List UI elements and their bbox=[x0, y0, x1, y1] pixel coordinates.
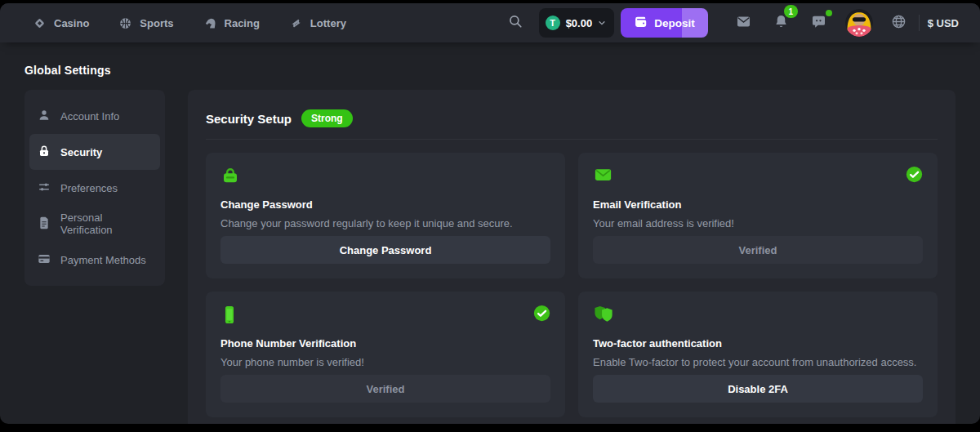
user-avatar[interactable] bbox=[845, 9, 873, 37]
lottery-ticket-icon bbox=[289, 16, 303, 30]
notifications-button[interactable]: 1 bbox=[767, 8, 796, 38]
disable-2fa-button[interactable]: Disable 2FA bbox=[593, 375, 923, 403]
chat-bubble-icon bbox=[811, 14, 826, 33]
topbar-icons: 1 bbox=[729, 8, 914, 38]
card-description: Enable Two-factor to protect your accoun… bbox=[593, 356, 923, 368]
app-window: Casino Sports Racing Lottery bbox=[0, 3, 980, 424]
currency-selector[interactable]: $ USD bbox=[928, 17, 959, 29]
sidebar-item-personal-verification[interactable]: Personal Verification bbox=[29, 206, 160, 242]
card-description: Your phone number is verified! bbox=[220, 356, 550, 368]
language-button[interactable] bbox=[884, 8, 914, 38]
card-title: Phone Number Verification bbox=[220, 337, 550, 350]
settings-sidebar: Account Info Security Preferences bbox=[24, 90, 165, 286]
divider bbox=[919, 15, 920, 31]
document-icon bbox=[38, 216, 51, 232]
section-title: Security Setup bbox=[206, 112, 292, 126]
wallet-icon bbox=[634, 15, 648, 31]
card-description: Your email address is verified! bbox=[593, 217, 923, 229]
sidebar-item-label: Security bbox=[60, 146, 102, 158]
sports-icon bbox=[118, 16, 132, 30]
padlock-green-icon bbox=[220, 166, 240, 189]
sliders-icon bbox=[38, 180, 51, 196]
nav-label: Lottery bbox=[310, 17, 346, 29]
nav-item-lottery[interactable]: Lottery bbox=[289, 16, 346, 30]
card-description: Change your password regularly to keep i… bbox=[220, 217, 550, 229]
deposit-button[interactable]: Deposit bbox=[621, 8, 708, 38]
chevron-down-icon bbox=[598, 16, 606, 30]
topbar-right-cluster: T $0.00 Deposit bbox=[501, 8, 959, 38]
sidebar-item-payment-methods[interactable]: Payment Methods bbox=[29, 242, 160, 278]
sidebar-item-preferences[interactable]: Preferences bbox=[29, 170, 160, 206]
credit-card-icon bbox=[38, 252, 51, 268]
primary-nav: Casino Sports Racing Lottery bbox=[33, 16, 346, 30]
verified-check-icon bbox=[533, 305, 550, 325]
shields-green-icon bbox=[593, 305, 615, 327]
nav-item-racing[interactable]: Racing bbox=[203, 16, 260, 30]
mail-icon bbox=[736, 14, 751, 33]
card-title: Email Verification bbox=[593, 198, 923, 211]
notification-count-badge: 1 bbox=[784, 5, 798, 18]
wallet-balance-dropdown[interactable]: T $0.00 bbox=[539, 8, 615, 38]
sidebar-item-label: Preferences bbox=[60, 182, 118, 194]
sidebar-item-label: Account Info bbox=[60, 110, 119, 122]
tether-coin-icon: T bbox=[546, 16, 560, 30]
search-button[interactable] bbox=[501, 9, 529, 37]
nav-label: Racing bbox=[225, 17, 260, 29]
email-verification-card: Email Verification Your email address is… bbox=[578, 153, 938, 278]
nav-label: Sports bbox=[140, 17, 173, 29]
envelope-green-icon bbox=[593, 166, 613, 187]
phone-verification-card: Phone Number Verification Your phone num… bbox=[206, 292, 565, 417]
sidebar-item-label: Personal Verification bbox=[60, 212, 152, 236]
page-title: Global Settings bbox=[24, 64, 956, 77]
nav-item-sports[interactable]: Sports bbox=[118, 16, 173, 30]
card-title: Two-factor authentication bbox=[593, 337, 923, 350]
email-verified-button[interactable]: Verified bbox=[593, 236, 923, 264]
nav-item-casino[interactable]: Casino bbox=[33, 16, 89, 30]
phone-green-icon bbox=[220, 305, 238, 328]
divider bbox=[206, 139, 938, 140]
chat-button[interactable] bbox=[804, 8, 834, 38]
messages-button[interactable] bbox=[729, 8, 759, 38]
settings-page: Global Settings Account Info Security bbox=[0, 42, 980, 424]
two-factor-card: Two-factor authentication Enable Two-fac… bbox=[578, 292, 938, 417]
currency-label: $ USD bbox=[928, 17, 959, 29]
sidebar-item-security[interactable]: Security bbox=[29, 134, 160, 170]
lock-icon bbox=[38, 145, 51, 160]
change-password-button[interactable]: Change Password bbox=[220, 236, 550, 264]
security-setup-panel: Security Setup Strong Change Password Ch… bbox=[188, 90, 956, 424]
horse-racing-icon bbox=[203, 16, 217, 30]
deposit-label: Deposit bbox=[654, 17, 695, 29]
search-icon bbox=[508, 14, 523, 32]
card-title: Change Password bbox=[220, 198, 550, 211]
security-cards-grid: Change Password Change your password reg… bbox=[206, 153, 938, 417]
phone-verified-button[interactable]: Verified bbox=[220, 375, 550, 403]
online-status-dot bbox=[826, 10, 832, 16]
globe-icon bbox=[891, 14, 906, 33]
casino-icon bbox=[33, 16, 47, 30]
sidebar-item-account-info[interactable]: Account Info bbox=[29, 98, 160, 134]
sidebar-item-label: Payment Methods bbox=[60, 254, 146, 266]
verified-check-icon bbox=[906, 166, 923, 186]
person-icon bbox=[38, 109, 51, 124]
password-strength-badge: Strong bbox=[301, 109, 353, 127]
top-navigation-bar: Casino Sports Racing Lottery bbox=[0, 3, 980, 42]
balance-amount: $0.00 bbox=[566, 17, 593, 29]
change-password-card: Change Password Change your password reg… bbox=[206, 153, 565, 278]
nav-label: Casino bbox=[54, 17, 89, 29]
